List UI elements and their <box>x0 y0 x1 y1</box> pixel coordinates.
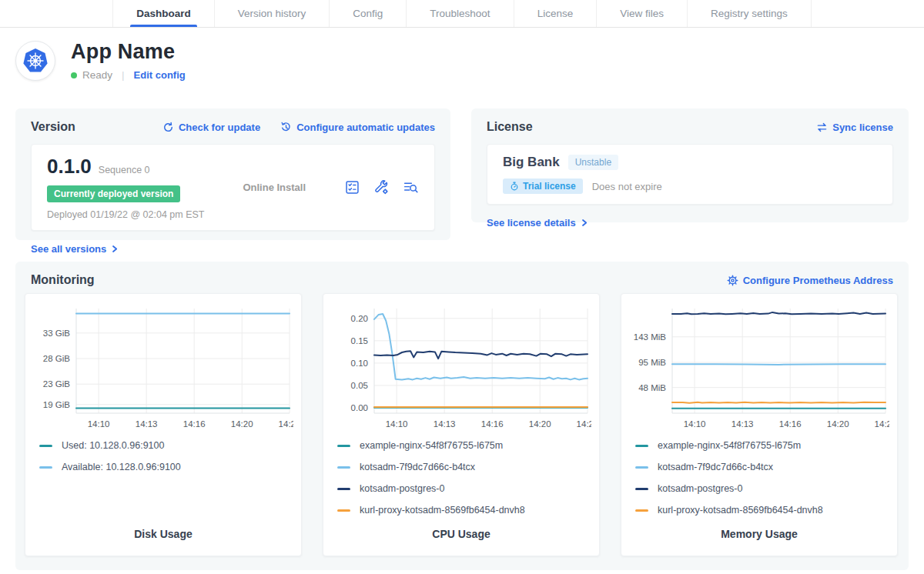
svg-text:14:16: 14:16 <box>183 419 206 429</box>
tab-troubleshoot[interactable]: Troubleshoot <box>406 0 513 27</box>
version-number: 0.1.0 <box>47 155 92 179</box>
chevron-right-icon <box>111 245 119 253</box>
tab-label: Dashboard <box>136 8 191 19</box>
release-notes-search-icon[interactable] <box>403 179 419 195</box>
deployed-timestamp: Deployed 01/19/22 @ 02:04 pm EST <box>47 209 204 220</box>
svg-text:14:23: 14:23 <box>279 419 293 429</box>
svg-text:0.00: 0.00 <box>351 403 368 412</box>
legend-color-dash <box>635 509 648 512</box>
legend-color-dash <box>635 466 648 469</box>
chevron-right-icon <box>581 219 588 227</box>
cpu-usage-chart[interactable]: 0.200.150.100.050.0014:1014:1314:1614:20… <box>333 302 591 434</box>
nav-tabs: DashboardVersion historyConfigTroublesho… <box>0 0 924 28</box>
svg-text:14:10: 14:10 <box>88 419 110 429</box>
tab-license[interactable]: License <box>514 0 597 27</box>
version-card-title: Version <box>31 120 75 134</box>
legend-color-dash <box>39 466 52 469</box>
clock-refresh-icon <box>280 122 292 133</box>
license-card-title: License <box>487 120 533 134</box>
tab-label: License <box>537 8 574 19</box>
svg-text:0.15: 0.15 <box>351 336 368 345</box>
legend-color-dash <box>635 488 648 490</box>
svg-text:33 GiB: 33 GiB <box>43 329 70 338</box>
tab-label: Registry settings <box>711 8 788 19</box>
kots-dashboard-page: DashboardVersion historyConfigTroublesho… <box>0 0 924 574</box>
legend-item: example-nginx-54f8f76755-l675m <box>337 440 590 451</box>
license-card: License Sync license Big Bank Unstable <box>471 108 909 222</box>
disk-usage-legend: Used: 10.128.0.96:9100Available: 10.128.… <box>35 440 292 528</box>
svg-text:14:20: 14:20 <box>231 419 253 429</box>
monitoring-title: Monitoring <box>31 273 95 287</box>
memory-usage-chart[interactable]: 143 MiB95 MiB48 MiB14:1014:1314:1614:201… <box>631 302 889 434</box>
install-type-label: Online Install <box>243 182 306 193</box>
tab-registry-settings[interactable]: Registry settings <box>687 0 812 27</box>
see-all-versions-link[interactable]: See all versions <box>31 243 119 255</box>
configure-automatic-updates-link[interactable]: Configure automatic updates <box>280 122 435 133</box>
license-panel: Big Bank Unstable Trial license Does not… <box>487 144 893 205</box>
tab-version-history[interactable]: Version history <box>214 0 330 27</box>
tab-config[interactable]: Config <box>329 0 406 27</box>
svg-text:14:10: 14:10 <box>386 419 408 429</box>
legend-item: kotsadm-7f9dc7d66c-b4tcx <box>337 462 590 472</box>
tab-view-files[interactable]: View files <box>596 0 687 27</box>
tab-label: Config <box>353 8 383 19</box>
legend-label: kotsadm-postgres-0 <box>360 483 444 494</box>
svg-text:23 GiB: 23 GiB <box>43 379 70 389</box>
legend-label: example-nginx-54f8f76755-l675m <box>360 440 503 451</box>
trial-license-badge: Trial license <box>503 179 583 194</box>
legend-color-dash <box>337 488 350 490</box>
svg-text:14:23: 14:23 <box>577 419 591 429</box>
sync-license-link[interactable]: Sync license <box>816 122 893 133</box>
svg-text:14:13: 14:13 <box>732 419 754 429</box>
legend-color-dash <box>337 466 350 469</box>
legend-item: example-nginx-54f8f76755-l675m <box>635 440 888 451</box>
current-version-panel: 0.1.0 Sequence 0 Currently deployed vers… <box>31 144 435 231</box>
kubernetes-logo-icon <box>22 47 49 75</box>
app-icon <box>15 41 55 81</box>
preflight-checklist-icon[interactable] <box>344 179 360 195</box>
cpu-usage-legend: example-nginx-54f8f76755-l675mkotsadm-7f… <box>333 440 590 528</box>
disk-usage-chart[interactable]: 33 GiB28 GiB23 GiB19 GiB14:1014:1314:161… <box>35 302 293 434</box>
tab-label: Troubleshoot <box>430 8 490 19</box>
cpu-usage-card: 0.200.150.100.050.0014:1014:1314:1614:20… <box>323 293 600 556</box>
svg-text:143 MiB: 143 MiB <box>634 332 667 342</box>
config-wrench-icon[interactable] <box>373 179 390 195</box>
legend-label: kotsadm-postgres-0 <box>658 483 742 494</box>
legend-item: Available: 10.128.0.96:9100 <box>39 462 292 472</box>
memory-usage-card: 143 MiB95 MiB48 MiB14:1014:1314:1614:201… <box>621 293 898 556</box>
legend-label: kurl-proxy-kotsadm-8569fb6454-dnvh8 <box>658 505 823 516</box>
svg-text:95 MiB: 95 MiB <box>638 358 666 367</box>
svg-text:28 GiB: 28 GiB <box>43 354 70 363</box>
check-for-update-link[interactable]: Check for update <box>162 122 260 133</box>
svg-text:0.05: 0.05 <box>351 381 368 390</box>
legend-item: kotsadm-postgres-0 <box>337 483 590 494</box>
legend-label: kurl-proxy-kotsadm-8569fb6454-dnvh8 <box>360 505 525 516</box>
cpu-usage-plot: 0.200.150.100.050.0014:1014:1314:1614:20… <box>333 302 590 434</box>
svg-text:14:20: 14:20 <box>827 419 849 429</box>
sequence-label: Sequence 0 <box>99 165 150 175</box>
tab-dashboard[interactable]: Dashboard <box>112 0 214 27</box>
tab-label: Version history <box>238 8 306 19</box>
legend-item: kurl-proxy-kotsadm-8569fb6454-dnvh8 <box>635 505 888 516</box>
sync-arrows-icon <box>816 122 828 133</box>
legend-color-dash <box>39 445 52 447</box>
stopwatch-icon <box>510 182 519 191</box>
legend-label: kotsadm-7f9dc7d66c-b4tcx <box>360 462 475 472</box>
chart-title: CPU Usage <box>333 528 590 540</box>
tab-label: View files <box>620 8 664 19</box>
svg-text:48 MiB: 48 MiB <box>638 383 666 392</box>
legend-label: example-nginx-54f8f76755-l675m <box>658 440 801 451</box>
legend-label: Available: 10.128.0.96:9100 <box>62 462 181 472</box>
configure-prometheus-link[interactable]: Configure Prometheus Address <box>727 275 893 286</box>
svg-text:14:13: 14:13 <box>136 419 158 429</box>
legend-item: kotsadm-postgres-0 <box>635 483 888 494</box>
legend-color-dash <box>635 445 648 447</box>
edit-config-link[interactable]: Edit config <box>134 69 186 81</box>
see-license-details-link[interactable]: See license details <box>487 217 588 229</box>
legend-color-dash <box>337 445 350 447</box>
page-title: App Name <box>71 40 186 64</box>
svg-text:14:16: 14:16 <box>779 419 802 429</box>
divider: | <box>122 69 125 81</box>
svg-text:19 GiB: 19 GiB <box>43 400 70 409</box>
svg-text:14:16: 14:16 <box>481 419 504 429</box>
